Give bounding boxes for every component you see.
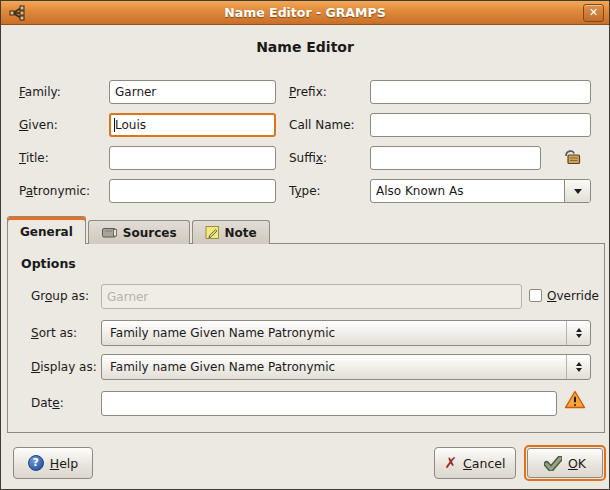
cancel-button-label: Cancel (463, 456, 505, 471)
display-as-label: Display as: (31, 359, 97, 375)
override-checkbox[interactable] (529, 289, 542, 302)
title-label: Title: (19, 150, 49, 166)
prefix-label: Prefix: (289, 84, 327, 100)
book-icon (101, 226, 118, 239)
display-as-value: Family name Given Name Patronymic (102, 360, 566, 374)
group-as-label: Group as: (31, 288, 89, 304)
prefix-field[interactable] (370, 80, 591, 104)
close-button[interactable]: ✕ (583, 4, 604, 22)
privacy-lock-icon[interactable] (562, 147, 582, 165)
group-as-field (101, 284, 522, 309)
window-title: Name Editor - GRAMPS (1, 1, 609, 25)
type-label: Type: (289, 183, 321, 199)
cancel-icon: ✗ (445, 456, 458, 471)
spinner-arrows-icon (566, 321, 590, 345)
title-field[interactable] (109, 146, 276, 170)
help-button[interactable]: ? Help (13, 447, 93, 479)
patronymic-label: Patronymic: (19, 183, 90, 199)
chevron-down-icon (574, 189, 582, 194)
date-label: Date: (31, 395, 64, 411)
family-label: Family: (19, 84, 61, 100)
sort-as-value: Family name Given Name Patronymic (102, 326, 566, 340)
tab-note[interactable]: Note (192, 220, 270, 244)
type-combobox[interactable]: Also Known As (370, 179, 591, 203)
ok-button-label: OK (568, 456, 586, 471)
patronymic-field[interactable] (109, 179, 276, 203)
type-value: Also Known As (371, 180, 564, 202)
name-editor-dialog: Name Editor - GRAMPS ✕ Name Editor Famil… (0, 0, 610, 490)
note-icon (205, 225, 220, 240)
ok-button[interactable]: OK (527, 448, 603, 478)
ok-check-icon (544, 456, 562, 471)
help-button-label: Help (50, 456, 79, 471)
tab-general[interactable]: General (7, 216, 86, 244)
page-title: Name Editor (1, 39, 609, 55)
sort-as-combobox[interactable]: Family name Given Name Patronymic (101, 320, 591, 346)
call-name-field[interactable] (370, 113, 591, 137)
tab-sources-label: Sources (123, 226, 177, 240)
date-field[interactable] (101, 391, 557, 416)
suffix-field[interactable] (370, 146, 541, 170)
cancel-button[interactable]: ✗ Cancel (434, 447, 516, 479)
options-heading: Options (21, 256, 76, 271)
type-dropdown-button[interactable] (564, 180, 590, 202)
ok-button-focus-ring: OK (524, 445, 606, 481)
family-field[interactable] (109, 80, 276, 104)
given-label: Given: (19, 117, 58, 133)
text-caret (114, 118, 115, 132)
suffix-label: Suffix: (289, 150, 327, 166)
close-icon: ✕ (589, 6, 598, 19)
spinner-arrows-icon (566, 355, 590, 379)
call-name-label: Call Name: (289, 117, 355, 133)
tab-note-label: Note (225, 226, 257, 240)
display-as-combobox[interactable]: Family name Given Name Patronymic (101, 354, 591, 380)
warning-icon[interactable] (564, 390, 586, 409)
notebook-tabs: General Sources Note (7, 216, 272, 244)
help-icon: ? (28, 455, 44, 471)
override-label[interactable]: Override (547, 288, 599, 304)
sort-as-label: Sort as: (31, 325, 77, 341)
tab-sources[interactable]: Sources (88, 220, 190, 244)
tab-general-label: General (20, 225, 73, 239)
given-field[interactable] (109, 113, 276, 137)
titlebar[interactable]: Name Editor - GRAMPS ✕ (1, 1, 609, 25)
